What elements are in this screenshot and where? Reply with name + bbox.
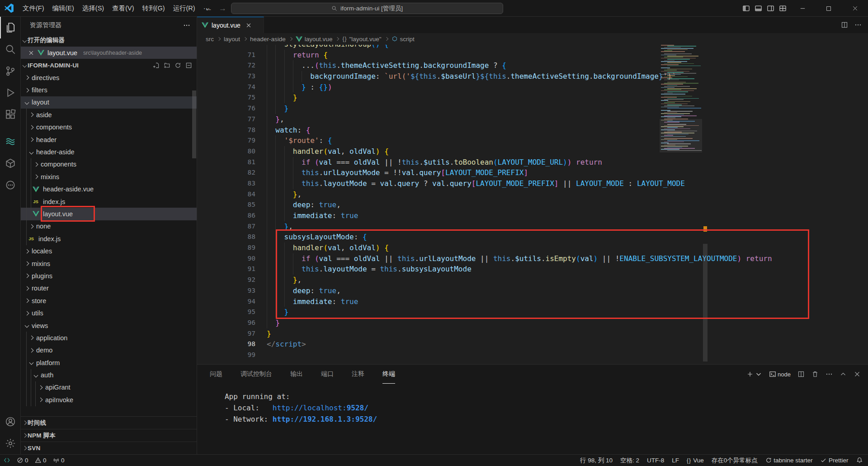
- tree-item-header-aside[interactable]: header-aside: [21, 146, 197, 158]
- scrollbar-thumb[interactable]: [703, 244, 708, 361]
- split-terminal-button[interactable]: [797, 371, 805, 378]
- nav-forward-icon[interactable]: →: [219, 4, 226, 13]
- tree-item-components[interactable]: components: [21, 158, 197, 171]
- close-tab-icon[interactable]: [245, 22, 252, 29]
- menu-item-5[interactable]: 转到(G): [138, 2, 169, 14]
- minimap[interactable]: [660, 45, 702, 364]
- menu-item-3[interactable]: 选择(S): [78, 2, 108, 14]
- minimize-button[interactable]: [789, 0, 816, 17]
- tree-item-router[interactable]: router: [21, 282, 197, 295]
- tree-item-filters[interactable]: filters: [21, 84, 197, 96]
- section-SVN[interactable]: SVN: [21, 442, 197, 454]
- tree-item-auth[interactable]: auth: [21, 369, 197, 381]
- minimap-slider[interactable]: [660, 119, 702, 152]
- breadcrumb-item-1[interactable]: src: [206, 36, 214, 43]
- status--2[interactable]: 空格: 2: [620, 456, 639, 465]
- activity-account-icon[interactable]: [0, 411, 20, 433]
- tree-item-mixins[interactable]: mixins: [21, 257, 197, 270]
- activity-teal-plugin-icon[interactable]: [0, 131, 20, 152]
- tree-item-utils[interactable]: utils: [21, 307, 197, 319]
- activity-package-icon[interactable]: [0, 152, 20, 174]
- tree-item-demo[interactable]: demo: [21, 344, 197, 357]
- activity-explorer-icon[interactable]: [0, 17, 20, 38]
- open-editors-section-header[interactable]: 打开的编辑器: [21, 34, 197, 47]
- section-时间线[interactable]: 时间线: [21, 416, 197, 429]
- code-editor[interactable]: styleLayoutMainGroup() {71return {72...(…: [197, 45, 868, 364]
- panel-tab-端口[interactable]: 端口: [321, 365, 334, 384]
- tree-item-views[interactable]: views: [21, 319, 197, 332]
- breadcrumb-item-4[interactable]: layout.vue: [296, 36, 333, 43]
- tree-item-apiInvoke[interactable]: apiInvoke: [21, 394, 197, 406]
- new-folder-icon[interactable]: [164, 62, 170, 69]
- maximize-panel-button[interactable]: [840, 371, 847, 378]
- panel-tab-注释[interactable]: 注释: [352, 365, 364, 384]
- status-remote-icon[interactable]: [4, 457, 10, 464]
- tree-item-header[interactable]: header: [21, 133, 197, 146]
- new-terminal-button[interactable]: [746, 371, 762, 378]
- breadcrumb-item-3[interactable]: header-aside: [250, 36, 286, 43]
- tree-item-layout[interactable]: layout: [21, 96, 197, 109]
- sidebar-scrollbar[interactable]: [192, 90, 196, 158]
- kill-terminal-button[interactable]: [811, 371, 819, 378]
- nav-back-icon[interactable]: ←: [205, 4, 212, 13]
- section-NPM 脚本[interactable]: NPM 脚本: [21, 429, 197, 442]
- editor-more-actions-icon[interactable]: [854, 21, 862, 29]
- open-editor-item[interactable]: layout.vue src\layout\header-aside: [21, 47, 197, 59]
- split-editor-icon[interactable]: [841, 21, 848, 29]
- status-broadcast-icon[interactable]: 0: [53, 457, 65, 464]
- activity-run-debug-icon[interactable]: [0, 82, 20, 104]
- refresh-icon[interactable]: [175, 62, 181, 69]
- tree-item-layout.vue[interactable]: layout.vue: [21, 208, 197, 220]
- tree-item-aside[interactable]: aside: [21, 109, 197, 121]
- tree-item-none[interactable]: none: [21, 220, 197, 233]
- activity-source-control-icon[interactable]: [0, 60, 20, 82]
- menu-item-4[interactable]: 查看(V): [108, 2, 138, 14]
- tree-item-directives[interactable]: directives: [21, 71, 197, 84]
- close-panel-button[interactable]: [854, 371, 861, 378]
- tree-item-locales[interactable]: locales: [21, 245, 197, 257]
- layout-grid-icon[interactable]: [779, 5, 787, 12]
- breadcrumb-item-5[interactable]: {}"layout.vue": [342, 36, 381, 43]
- status-bell-icon[interactable]: [856, 457, 863, 464]
- more-actions-icon[interactable]: [183, 22, 190, 29]
- tree-item-mixins[interactable]: mixins: [21, 171, 197, 183]
- terminal-output[interactable]: App running at: - Local: http://localhos…: [197, 384, 868, 425]
- tree-item-index.js[interactable]: JSindex.js: [21, 195, 197, 208]
- activity-settings-gear-icon[interactable]: [0, 433, 20, 454]
- menu-item-1[interactable]: 文件(F): [19, 2, 48, 14]
- breadcrumb-item-6[interactable]: script: [392, 36, 415, 43]
- activity-extensions-icon[interactable]: [0, 104, 20, 125]
- tree-item-apiGrant[interactable]: apiGrant: [21, 381, 197, 394]
- panel-tab-问题[interactable]: 问题: [210, 365, 222, 384]
- layout-sidebar-left-icon[interactable]: [742, 5, 750, 12]
- status-error-icon[interactable]: 0: [17, 457, 28, 464]
- tree-item-platform[interactable]: platform: [21, 357, 197, 369]
- tree-item-store[interactable]: store: [21, 295, 197, 307]
- status-warning-icon[interactable]: 0: [35, 457, 47, 464]
- project-section-header[interactable]: IFORM-ADMIN-UI: [21, 59, 197, 71]
- tree-item-components[interactable]: components: [21, 121, 197, 133]
- status-lf[interactable]: LF: [672, 457, 679, 464]
- maximize-button[interactable]: [816, 0, 842, 17]
- status-vue[interactable]: {}Vue: [687, 457, 704, 464]
- panel-more-actions[interactable]: [826, 371, 833, 378]
- status-utf-8[interactable]: UTF-8: [647, 457, 664, 464]
- panel-tab-输出[interactable]: 输出: [290, 365, 303, 384]
- close-editor-icon[interactable]: [28, 50, 34, 56]
- close-window-button[interactable]: [842, 0, 868, 17]
- command-center-search[interactable]: iform-admin-ui [管理员]: [231, 3, 503, 14]
- tree-item-application[interactable]: application: [21, 332, 197, 344]
- menu-item-6[interactable]: 运行(R): [169, 2, 199, 14]
- status-prettier[interactable]: Prettier: [820, 457, 848, 464]
- new-file-icon[interactable]: [153, 62, 160, 69]
- tab-layout-vue[interactable]: layout.vue: [197, 17, 264, 33]
- activity-globe-icon[interactable]: [0, 174, 20, 196]
- collapse-all-icon[interactable]: [185, 62, 192, 69]
- tree-item-plugins[interactable]: plugins: [21, 270, 197, 282]
- terminal-instance-node[interactable]: node: [769, 371, 791, 378]
- layout-sidebar-right-icon[interactable]: [767, 5, 774, 12]
- status-tabnine-starter[interactable]: tabnine starter: [765, 457, 813, 464]
- breadcrumb-item-2[interactable]: layout: [224, 36, 240, 43]
- activity-search-icon[interactable]: [0, 38, 20, 60]
- tree-item-header-aside.vue[interactable]: header-aside.vue: [21, 183, 197, 195]
